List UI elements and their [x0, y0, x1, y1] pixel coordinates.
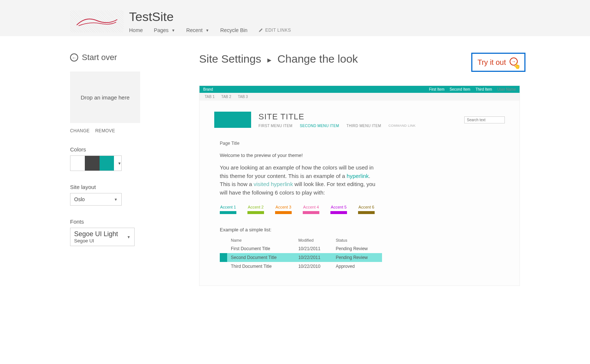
nav-recycle[interactable]: Recycle Bin — [220, 27, 247, 33]
chevron-down-icon: ▼ — [171, 28, 175, 32]
try-it-out-label: Try it out — [478, 58, 506, 67]
change-image-button[interactable]: CHANGE — [70, 128, 90, 133]
accent-label: Accent 4 — [303, 205, 319, 209]
nav-pages[interactable]: Pages ▼ — [154, 27, 175, 33]
accent-swatch: Accent 2 — [247, 205, 264, 214]
accent-label: Accent 6 — [358, 205, 374, 209]
breadcrumb-current: Change the look — [277, 53, 358, 65]
accent-bar — [358, 211, 375, 214]
col-modified: Modified — [295, 236, 332, 244]
chevron-down-icon: ▼ — [127, 235, 131, 239]
top-header: TestSite Home Pages ▼ Recent ▼ Recycle B… — [0, 0, 590, 36]
preview-tab[interactable]: TAB 1 — [205, 95, 215, 99]
preview-command-link[interactable]: COMMAND LINK — [389, 124, 416, 128]
fonts-label: Fonts — [70, 218, 181, 225]
font-secondary: Segoe UI — [74, 238, 118, 244]
accent-label: Accent 3 — [275, 205, 291, 209]
preview-hyperlink[interactable]: hyperlink — [347, 173, 369, 179]
accent-bar — [220, 211, 236, 214]
accent-swatch: Accent 3 — [275, 205, 292, 214]
accent-bar — [275, 211, 292, 214]
pencil-icon — [258, 28, 263, 32]
accent-bar — [247, 211, 264, 214]
table-row[interactable]: Third Document Title10/22/2010Approved — [220, 262, 382, 271]
preview-visited-link[interactable]: visited hyperlink — [254, 181, 293, 187]
col-status: Status — [332, 236, 382, 244]
nav-pages-label: Pages — [154, 27, 169, 33]
edit-links-label: EDIT LINKS — [265, 28, 291, 33]
accent-label: Accent 2 — [248, 205, 264, 209]
chevron-down-icon: ▼ — [114, 197, 118, 202]
car-logo-icon — [75, 14, 119, 29]
back-arrow-icon: ← — [70, 53, 78, 62]
font-select[interactable]: Segoe UI Light Segoe UI ▼ — [70, 228, 135, 246]
image-drop-area[interactable]: Drop an image here — [70, 71, 140, 123]
content-area: Site Settings ▸ Change the look Try it o… — [199, 53, 520, 286]
start-over-link[interactable]: ← Start over — [70, 53, 181, 62]
accent-swatch: Accent 5 — [330, 205, 347, 214]
col-name: Name — [227, 236, 295, 244]
theme-preview: Brand First Item Second Item Third Item … — [199, 85, 520, 286]
try-it-out-button[interactable]: Try it out → 👆 — [471, 53, 525, 72]
site-title[interactable]: TestSite — [129, 10, 291, 23]
color-swatch-3 — [100, 156, 114, 171]
preview-search-input[interactable] — [464, 116, 505, 123]
sidebar: ← Start over Drop an image here CHANGE R… — [70, 53, 181, 286]
accent-label: Accent 5 — [331, 205, 347, 209]
layout-label: Site layout — [70, 184, 181, 190]
preview-logo-swatch — [214, 112, 251, 128]
preview-header: SITE TITLE FIRST MENU ITEM SECOND MENU I… — [199, 101, 520, 132]
preview-top-item[interactable]: Second Item — [450, 87, 470, 91]
accent-swatch: Accent 1 — [220, 205, 236, 214]
accent-bar — [330, 211, 347, 214]
preview-top-item[interactable]: Third Item — [475, 87, 492, 91]
breadcrumb-parent[interactable]: Site Settings — [199, 53, 261, 65]
breadcrumb-separator-icon: ▸ — [267, 55, 271, 64]
font-primary: Segoe UI Light — [74, 230, 118, 238]
preview-table: Name Modified Status First Document Titl… — [220, 236, 382, 271]
preview-menu-first[interactable]: FIRST MENU ITEM — [258, 124, 292, 128]
edit-links-button[interactable]: EDIT LINKS — [258, 28, 291, 33]
preview-brand[interactable]: Brand — [203, 87, 213, 91]
colors-label: Colors — [70, 146, 181, 153]
chevron-down-icon: ▼ — [205, 28, 209, 32]
color-swatch-2 — [85, 156, 99, 171]
preview-menu-third[interactable]: THIRD MENU ITEM — [347, 124, 381, 128]
accent-list: Accent 1Accent 2Accent 3Accent 4Accent 5… — [220, 205, 499, 214]
preview-paragraph: You are looking at an example of how the… — [220, 164, 378, 197]
preview-menu-second[interactable]: SECOND MENU ITEM — [300, 124, 339, 128]
remove-image-button[interactable]: REMOVE — [95, 128, 115, 133]
preview-welcome: Welcome to the preview of your theme! — [220, 153, 499, 158]
layout-select[interactable]: Oslo ▼ — [70, 193, 122, 206]
preview-top-item[interactable]: First Item — [429, 87, 445, 91]
cursor-pointer-icon: 👆 — [513, 62, 521, 69]
start-over-label: Start over — [82, 53, 117, 62]
preview-username[interactable]: User Name — [497, 87, 516, 91]
layout-value: Oslo — [74, 196, 85, 202]
preview-topbar: Brand First Item Second Item Third Item … — [199, 86, 520, 93]
site-logo[interactable] — [70, 10, 124, 32]
accent-label: Accent 1 — [220, 205, 236, 209]
preview-page-title: Page Title — [220, 141, 499, 146]
preview-tab[interactable]: TAB 2 — [221, 95, 231, 99]
table-row[interactable]: First Document Title10/21/2011Pending Re… — [220, 244, 382, 253]
chevron-down-icon: ▼ — [118, 161, 121, 165]
nav-recent-label: Recent — [186, 27, 202, 33]
top-nav: Home Pages ▼ Recent ▼ Recycle Bin EDIT L… — [129, 27, 291, 33]
preview-tabs: TAB 1 TAB 2 TAB 3 — [199, 93, 520, 101]
accent-swatch: Accent 6 — [358, 205, 375, 214]
color-swatch-1 — [70, 156, 85, 171]
color-picker[interactable]: ▼ — [70, 155, 122, 171]
nav-home[interactable]: Home — [129, 27, 143, 33]
preview-site-title: SITE TITLE — [258, 112, 457, 122]
nav-recent[interactable]: Recent ▼ — [186, 27, 209, 33]
accent-bar — [303, 211, 319, 214]
accent-swatch: Accent 4 — [303, 205, 319, 214]
table-row[interactable]: Second Document Title10/22/2011Pending R… — [220, 253, 382, 262]
list-title: Example of a simple list: — [220, 227, 499, 232]
preview-tab[interactable]: TAB 3 — [238, 95, 248, 99]
drop-text: Drop an image here — [81, 94, 130, 101]
